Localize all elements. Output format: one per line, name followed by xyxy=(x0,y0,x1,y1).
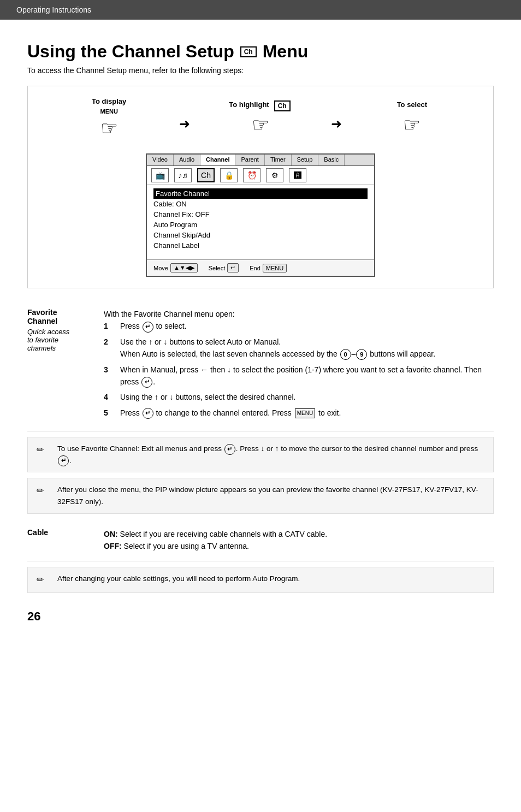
arrow-1: ➜ xyxy=(174,116,196,132)
menu-item-favorite: Favorite Channel xyxy=(153,188,368,199)
hand-icon-1: ☞ xyxy=(100,117,118,140)
menu-item-auto-program: Auto Program xyxy=(153,220,368,230)
tab-timer: Timer xyxy=(265,155,292,165)
btn-9: 9 xyxy=(356,349,367,360)
note-text-1: To use Favorite Channel: Exit all menus … xyxy=(57,443,484,466)
tab-parent: Parent xyxy=(235,155,264,165)
move-key: ▲▼◀▶ xyxy=(170,263,198,272)
ch-icon-diagram: Ch xyxy=(274,100,291,111)
footer-end: End MENU xyxy=(250,263,287,272)
footer-end-label: End xyxy=(250,265,260,271)
step-num-5: 5 xyxy=(104,407,114,419)
section-cable: Cable ON: Select if you are receiving ca… xyxy=(27,519,494,562)
btn-0: 0 xyxy=(340,349,351,360)
cable-off-text: OFF: Select if you are using a TV antenn… xyxy=(104,540,494,552)
cable-on-text: ON: Select if you are receiving cable ch… xyxy=(104,528,494,540)
step-2: 2 Use the ↑ or ↓ buttons to select Auto … xyxy=(104,336,494,360)
step-select-label: To select xyxy=(397,100,427,109)
menu-item-channel-skip: Channel Skip/Add xyxy=(153,230,368,240)
step-1: 1 Press ↵ to select. xyxy=(104,320,494,332)
menu-item-channel-label: Channel Label xyxy=(153,240,368,251)
menu-tabs: Video Audio Channel Parent Timer Setup B… xyxy=(147,155,374,166)
arrow-2: ➜ xyxy=(325,116,347,132)
section-favorite-channel: FavoriteChannel Quick accessto favoritec… xyxy=(27,299,494,431)
title-part1: Using the Channel Setup xyxy=(27,42,234,62)
section-label-favorite: FavoriteChannel Quick accessto favoritec… xyxy=(27,308,93,422)
section-intro: With the Favorite Channel menu open: xyxy=(104,308,494,320)
tab-basic: Basic xyxy=(318,155,345,165)
enter-btn-1: ↵ xyxy=(143,322,153,333)
note-icon-1: ✏ xyxy=(37,443,52,466)
step-text-2: Use the ↑ or ↓ buttons to select Auto or… xyxy=(120,336,435,360)
step-display-label: To display xyxy=(92,97,126,105)
footer-select: Select ↵ xyxy=(209,263,239,272)
step-highlight-label: To highlight xyxy=(229,100,269,109)
header-label: Operating Instructions xyxy=(16,5,91,14)
page-title: Using the Channel Setup Ch Menu xyxy=(27,42,494,62)
step-num-2: 2 xyxy=(104,336,114,360)
step-text-3: When in Manual, press ← then ↓ to select… xyxy=(120,364,494,388)
cable-off-label: OFF: xyxy=(104,542,122,550)
step-display-sublabel: MENU xyxy=(100,108,117,115)
icon-channel: Ch xyxy=(197,168,215,182)
footer-select-label: Select xyxy=(209,265,226,271)
note-1: ✏ To use Favorite Channel: Exit all menu… xyxy=(27,437,494,472)
select-key: ↵ xyxy=(227,263,239,272)
steps-list: 1 Press ↵ to select. 2 Use the ↑ or ↓ bu… xyxy=(104,320,494,419)
step-select: To select ☞ xyxy=(347,100,477,137)
enter-btn-3: ↵ xyxy=(141,377,152,388)
footer-move-label: Move xyxy=(153,265,168,271)
tab-setup: Setup xyxy=(292,155,319,165)
note-text-2: After you close the menu, the PIP window… xyxy=(57,484,484,507)
label-text-cable: Cable xyxy=(27,528,48,537)
section-body-cable: ON: Select if you are receiving cable ch… xyxy=(104,528,494,553)
icon-timer: ⏰ xyxy=(243,168,260,182)
step-display: To display MENU ☞ xyxy=(44,97,174,140)
step-num-4: 4 xyxy=(104,391,114,403)
steps-row: To display MENU ☞ ➜ To highlight Ch ☞ ➜ … xyxy=(44,97,477,140)
icon-setup: ⚙ xyxy=(266,168,283,182)
menu-tab-icons: 📺 ♪♬ Ch 🔒 ⏰ ⚙ 🅰 xyxy=(147,166,374,185)
icon-basic: 🅰 xyxy=(289,168,306,182)
enter-btn-note1: ↵ xyxy=(224,444,235,455)
page-number: 26 xyxy=(27,609,494,624)
hand-icon-2: ☞ xyxy=(252,114,269,137)
content-area: FavoriteChannel Quick accessto favoritec… xyxy=(27,299,494,593)
enter-btn-note1b: ↵ xyxy=(58,455,69,466)
note-3: ✏ After changing your cable settings, yo… xyxy=(27,567,494,593)
icon-tv: 📺 xyxy=(151,168,169,182)
end-key: MENU xyxy=(263,264,287,272)
title-part2: Menu xyxy=(263,42,309,62)
section-label-cable: Cable xyxy=(27,528,93,553)
note-2: ✏ After you close the menu, the PIP wind… xyxy=(27,478,494,513)
icon-parent: 🔒 xyxy=(220,168,238,182)
menu-items: Favorite Channel Cable: ON Channel Fix: … xyxy=(147,185,374,259)
step-num-1: 1 xyxy=(104,320,114,332)
note-text-3: After changing your cable settings, you … xyxy=(57,573,300,587)
enter-btn-5: ↵ xyxy=(143,408,153,419)
label-sublabel-favorite: Quick accessto favoritechannels xyxy=(27,328,93,352)
header-bar: Operating Instructions xyxy=(0,0,521,20)
note-icon-2: ✏ xyxy=(37,484,52,507)
step-5: 5 Press ↵ to change to the channel enter… xyxy=(104,407,494,419)
tab-channel: Channel xyxy=(200,155,235,165)
step-highlight: To highlight Ch ☞ xyxy=(196,100,325,137)
step-text-1: Press ↵ to select. xyxy=(120,320,187,332)
footer-move: Move ▲▼◀▶ xyxy=(153,263,198,272)
channel-setup-icon: Ch xyxy=(240,46,257,57)
step-3: 3 When in Manual, press ← then ↓ to sele… xyxy=(104,364,494,388)
step-num-3: 3 xyxy=(104,364,114,388)
step-4: 4 Using the ↑ or ↓ buttons, select the d… xyxy=(104,391,494,403)
menu-btn-5: MENU xyxy=(295,408,315,418)
note-icon-3: ✏ xyxy=(37,573,52,587)
menu-item-cable: Cable: ON xyxy=(153,199,368,209)
step-text-5: Press ↵ to change to the channel entered… xyxy=(120,407,341,419)
page-subtitle: To access the Channel Setup menu, refer … xyxy=(27,66,494,75)
icon-audio: ♪♬ xyxy=(174,168,192,182)
tab-audio: Audio xyxy=(174,155,200,165)
hand-icon-3: ☞ xyxy=(403,114,421,137)
cable-on-label: ON: xyxy=(104,530,118,538)
menu-footer: Move ▲▼◀▶ Select ↵ End MENU xyxy=(147,259,374,276)
label-text-favorite: FavoriteChannel xyxy=(27,308,57,325)
menu-item-channel-fix: Channel Fix: OFF xyxy=(153,209,368,220)
